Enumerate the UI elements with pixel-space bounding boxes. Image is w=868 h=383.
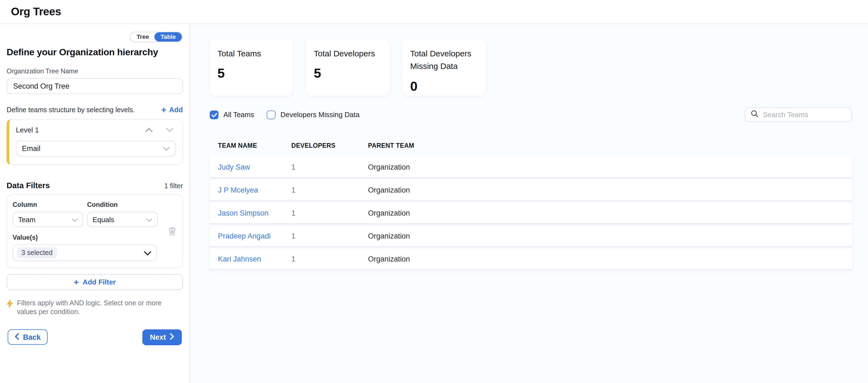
tree-name-input[interactable] bbox=[7, 78, 183, 94]
chevron-up-icon bbox=[145, 126, 153, 134]
team-name-link[interactable]: Pradeep Angadi bbox=[210, 232, 283, 240]
developers-count: 1 bbox=[283, 209, 360, 217]
back-label: Back bbox=[23, 333, 41, 341]
page-title: Org Trees bbox=[11, 5, 61, 18]
data-filters-title: Data Filters bbox=[7, 181, 50, 190]
developers-count: 1 bbox=[283, 186, 360, 194]
checkbox-label: All Teams bbox=[223, 110, 254, 119]
parent-team: Organization bbox=[360, 186, 852, 194]
wizard-actions: Back Next bbox=[7, 329, 183, 345]
stat-value: 5 bbox=[217, 66, 285, 81]
delete-filter-button[interactable] bbox=[167, 225, 178, 239]
tree-name-label: Organization Tree Name bbox=[7, 67, 183, 75]
chevron-down-icon bbox=[146, 215, 152, 223]
table-header-row: TEAM NAME DEVELOPERS PARENT TEAM bbox=[210, 142, 852, 149]
column-header-developers: DEVELOPERS bbox=[283, 142, 360, 149]
filter-values-label: Value(s) bbox=[12, 234, 177, 241]
level-field-value: Email bbox=[22, 144, 40, 153]
levels-instruction: Define teams structure by selecting leve… bbox=[7, 106, 135, 113]
search-teams-input[interactable] bbox=[763, 110, 846, 119]
move-level-down-button[interactable] bbox=[166, 126, 174, 134]
column-header-team-name: TEAM NAME bbox=[210, 142, 283, 149]
teams-table: TEAM NAME DEVELOPERS PARENT TEAM Judy Sa… bbox=[210, 142, 852, 269]
view-toggle-tree[interactable]: Tree bbox=[131, 33, 154, 41]
trash-icon bbox=[168, 229, 176, 238]
stat-card-developers-missing-data: Total Developers Missing Data 0 bbox=[403, 39, 486, 96]
table-row: J P Mcelyea 1 Organization bbox=[210, 179, 852, 200]
app-header: Org Trees bbox=[0, 0, 868, 24]
parent-team: Organization bbox=[360, 209, 852, 217]
next-button[interactable]: Next bbox=[142, 329, 182, 345]
checkbox-developers-missing-data[interactable]: Developers Missing Data bbox=[267, 110, 360, 119]
column-header-parent-team: PARENT TEAM bbox=[360, 142, 852, 149]
move-level-up-button[interactable] bbox=[145, 126, 153, 134]
plus-icon: + bbox=[161, 106, 166, 113]
table-row: Pradeep Angadi 1 Organization bbox=[210, 225, 852, 246]
filters-note-row: Filters apply with AND logic. Select one… bbox=[7, 299, 183, 316]
table-row: Jason Simpson 1 Organization bbox=[210, 203, 852, 223]
main-panel: Total Teams 5 Total Developers 5 Total D… bbox=[190, 24, 868, 383]
checked-checkbox bbox=[210, 110, 218, 119]
filter-column-select[interactable]: Team bbox=[12, 212, 83, 227]
stats-row: Total Teams 5 Total Developers 5 Total D… bbox=[210, 39, 852, 96]
back-button[interactable]: Back bbox=[8, 329, 48, 345]
stat-card-total-teams: Total Teams 5 bbox=[210, 39, 293, 96]
parent-team: Organization bbox=[360, 232, 852, 240]
developers-count: 1 bbox=[283, 232, 360, 240]
table-row: Judy Saw 1 Organization bbox=[210, 156, 852, 177]
stat-value: 0 bbox=[410, 78, 478, 94]
plus-icon: + bbox=[74, 279, 79, 285]
stat-card-total-developers: Total Developers 5 bbox=[306, 39, 390, 96]
chevron-down-icon bbox=[72, 215, 78, 223]
filter-column-label: Column bbox=[12, 201, 83, 208]
level-reorder-controls bbox=[145, 126, 174, 134]
search-teams-box bbox=[745, 107, 852, 122]
stat-label: Total Developers bbox=[314, 47, 382, 60]
filters-note-text: Filters apply with AND logic. Select one… bbox=[17, 299, 173, 316]
levels-header-row: Define teams structure by selecting leve… bbox=[7, 106, 183, 114]
stat-label: Total Developers Missing Data bbox=[410, 47, 478, 72]
checkbox-label: Developers Missing Data bbox=[280, 110, 360, 119]
chevron-down-icon bbox=[166, 126, 174, 134]
filter-condition-label: Condition bbox=[87, 201, 158, 208]
stat-value: 5 bbox=[314, 66, 382, 81]
add-level-label: Add bbox=[169, 106, 183, 114]
filter-card: Column Team Condition Equals bbox=[7, 194, 183, 268]
table-body: Judy Saw 1 Organization J P Mcelyea 1 Or… bbox=[210, 156, 852, 269]
chevron-down-icon bbox=[144, 249, 151, 257]
chevron-right-icon bbox=[170, 333, 174, 341]
org-trees-app: Org Trees Tree Table Define your Organiz… bbox=[0, 0, 868, 383]
filter-condition-select[interactable]: Equals bbox=[87, 212, 158, 227]
team-name-link[interactable]: J P Mcelyea bbox=[210, 186, 283, 194]
add-filter-button[interactable]: + Add Filter bbox=[7, 274, 183, 290]
parent-team: Organization bbox=[360, 255, 852, 263]
view-toggle-row: Tree Table bbox=[7, 32, 183, 42]
filter-card-grid: Column Team Condition Equals bbox=[12, 201, 177, 227]
team-name-link[interactable]: Judy Saw bbox=[210, 163, 283, 171]
level-name: Level 1 bbox=[16, 126, 39, 134]
team-name-link[interactable]: Kari Jahnsen bbox=[210, 255, 283, 263]
next-label: Next bbox=[150, 333, 166, 341]
level-card: Level 1 bbox=[7, 119, 183, 165]
team-name-link[interactable]: Jason Simpson bbox=[210, 209, 283, 217]
checkbox-all-teams[interactable]: All Teams bbox=[210, 110, 254, 119]
view-toggle-table[interactable]: Table bbox=[154, 32, 182, 42]
add-filter-label: Add Filter bbox=[83, 278, 116, 286]
checkmark-icon bbox=[211, 110, 217, 119]
table-filter-bar: All Teams Developers Missing Data bbox=[210, 107, 852, 122]
add-level-button[interactable]: + Add bbox=[161, 106, 183, 114]
level-card-header: Level 1 bbox=[16, 126, 176, 134]
chevron-left-icon bbox=[15, 333, 19, 341]
filter-condition-value: Equals bbox=[93, 215, 115, 223]
developers-count: 1 bbox=[283, 255, 360, 263]
filter-column-value: Team bbox=[18, 215, 36, 223]
lightning-bolt-icon bbox=[7, 299, 13, 316]
filter-values-select[interactable]: 3 selected bbox=[12, 245, 157, 261]
filter-count-badge: 1 filter bbox=[164, 182, 183, 190]
sidebar: Tree Table Define your Organization hier… bbox=[0, 24, 190, 383]
view-toggle: Tree Table bbox=[130, 32, 183, 42]
selected-values-chip: 3 selected bbox=[17, 247, 57, 258]
level-field-select[interactable]: Email bbox=[16, 141, 176, 156]
data-filters-header-row: Data Filters 1 filter bbox=[7, 181, 183, 190]
developers-count: 1 bbox=[283, 163, 360, 171]
